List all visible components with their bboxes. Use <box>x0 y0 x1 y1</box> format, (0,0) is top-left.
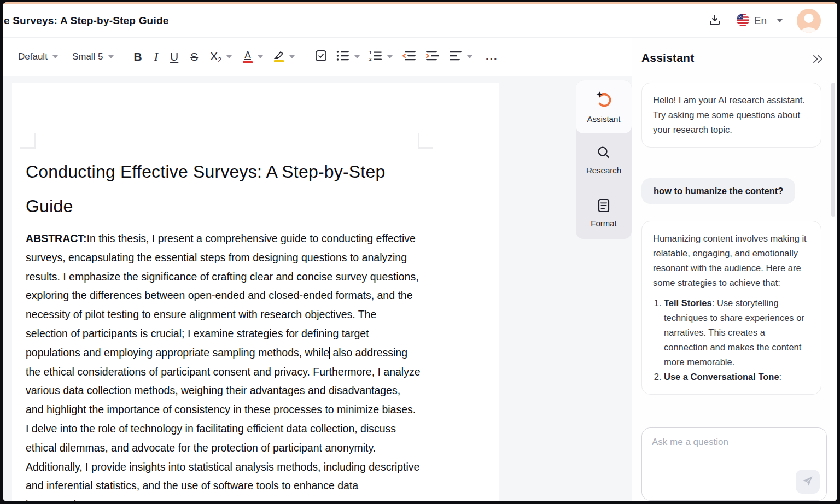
toolbar-divider <box>306 50 306 64</box>
tab-format[interactable]: Format <box>576 186 632 239</box>
language-switcher[interactable]: En <box>737 14 783 28</box>
page-margin-mark-left <box>20 133 36 149</box>
editor-background: Conducting Effective Surveys: A Step-by-… <box>3 76 632 501</box>
subscript-button[interactable]: X2 <box>210 50 232 64</box>
highlight-color-button[interactable] <box>274 51 295 62</box>
strikethrough-button[interactable]: S <box>190 50 198 63</box>
avatar-head-shape <box>804 14 814 23</box>
format-document-icon <box>597 198 610 215</box>
page-margin-mark-right <box>418 133 433 149</box>
checklist-button[interactable] <box>315 50 327 63</box>
app-window: e Surveys: A Step-by-Step Guide <box>3 2 837 501</box>
assistant-spark-ring-icon <box>595 91 612 110</box>
us-flag-icon <box>737 14 749 28</box>
abstract-label: ABSTRACT: <box>26 232 87 244</box>
text-color-icon: A <box>243 50 253 63</box>
abstract-text-before-cursor: In this thesis, I present a comprehensiv… <box>26 232 419 359</box>
download-icon <box>708 13 721 28</box>
collapse-panel-button[interactable] <box>812 55 824 65</box>
send-button[interactable] <box>796 470 820 494</box>
user-message: how to humanize the content? <box>641 178 795 204</box>
document-abstract[interactable]: ABSTRACT:In this thesis, I present a com… <box>26 229 421 501</box>
checkbox-icon <box>315 50 327 63</box>
double-chevron-right-icon <box>812 57 824 65</box>
panel-title: Assistant <box>641 51 694 65</box>
underline-button[interactable]: U <box>170 50 178 63</box>
bold-button[interactable]: B <box>134 50 142 63</box>
assistant-message: Hello! I am your AI research assistant. … <box>641 83 821 148</box>
question-input-box <box>641 427 827 501</box>
chevron-down-icon <box>387 55 393 58</box>
formatting-toolbar: Default Small 5 B I U S X2 A <box>3 38 632 75</box>
alignment-button[interactable] <box>449 51 472 62</box>
search-icon <box>597 145 611 162</box>
topbar-actions: En <box>708 9 837 33</box>
list-item: Use a Conversational Tone: <box>664 370 810 384</box>
download-button[interactable] <box>708 13 721 28</box>
chevron-down-icon <box>777 19 783 22</box>
chevron-down-icon <box>467 55 472 58</box>
message-intro: Humanizing content involves making it re… <box>653 233 807 288</box>
assistant-panel: Assistant Hello! I am your AI research a… <box>632 38 837 501</box>
highlighter-icon <box>274 51 284 62</box>
bullet-list-button[interactable] <box>336 50 360 63</box>
svg-text:1: 1 <box>369 50 372 55</box>
numbered-list-icon: 1 2 <box>369 50 382 63</box>
more-tools-button[interactable]: ... <box>486 50 498 63</box>
abstract-text-after-cursor: also addressing the ethical consideratio… <box>26 347 421 501</box>
chevron-down-icon <box>52 55 58 58</box>
strategy-list: Tell Stories: Use storytelling technique… <box>653 296 810 384</box>
assistant-tab-rail: Assistant Research Format <box>576 80 632 239</box>
italic-button[interactable]: I <box>154 50 158 64</box>
tab-research[interactable]: Research <box>576 133 632 186</box>
chevron-down-icon <box>226 55 232 58</box>
chevron-down-icon <box>354 55 360 58</box>
outdent-button[interactable] <box>402 51 416 62</box>
editor-column: Default Small 5 B I U S X2 A <box>3 38 632 501</box>
align-lines-icon <box>449 51 462 62</box>
chevron-down-icon <box>108 55 114 58</box>
paragraph-style-dropdown[interactable]: Default <box>18 51 58 62</box>
numbered-list-button[interactable]: 1 2 <box>369 50 393 63</box>
toolbar-divider <box>125 50 125 64</box>
indent-button[interactable] <box>425 51 440 62</box>
assistant-message: Humanizing content involves making it re… <box>641 221 821 395</box>
user-avatar[interactable] <box>797 9 821 33</box>
text-color-button[interactable]: A <box>243 50 263 63</box>
top-bar: e Surveys: A Step-by-Step Guide <box>3 4 837 38</box>
document-page[interactable]: Conducting Effective Surveys: A Step-by-… <box>12 83 499 501</box>
svg-text:2: 2 <box>369 57 372 61</box>
main-area: Default Small 5 B I U S X2 A <box>3 38 837 501</box>
indent-icon <box>425 51 440 62</box>
outdent-icon <box>402 51 416 62</box>
language-label: En <box>754 15 767 27</box>
ellipsis-icon: ... <box>486 50 498 63</box>
chat-scrollbar[interactable] <box>831 83 835 217</box>
bullet-list-icon <box>336 50 349 63</box>
document-title-topbar: e Surveys: A Step-by-Step Guide <box>4 15 168 27</box>
list-item: Tell Stories: Use storytelling technique… <box>664 296 810 370</box>
chevron-down-icon <box>289 55 295 58</box>
avatar-body-shape <box>801 27 817 33</box>
tab-assistant[interactable]: Assistant <box>576 80 632 133</box>
chevron-down-icon <box>258 55 263 58</box>
send-plane-icon <box>802 476 813 488</box>
document-title[interactable]: Conducting Effective Surveys: A Step-by-… <box>26 155 409 224</box>
font-size-dropdown[interactable]: Small 5 <box>72 51 114 62</box>
